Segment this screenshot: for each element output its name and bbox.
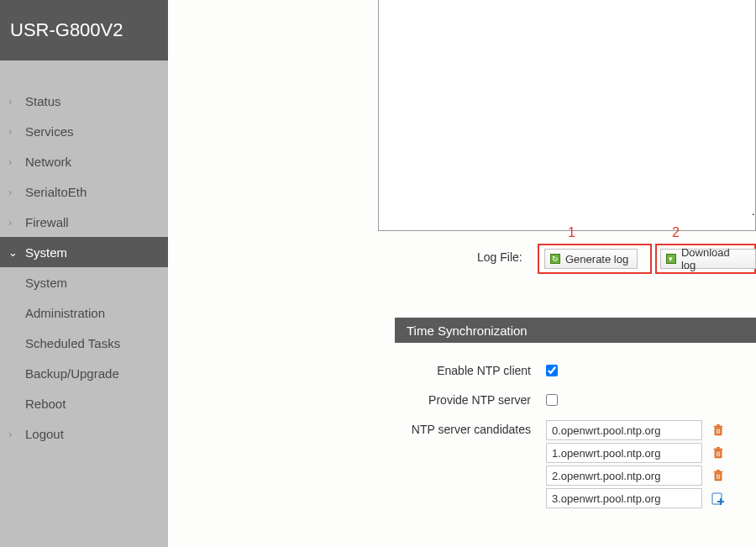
sub-label: Reboot [25, 397, 66, 411]
chevron-down-icon: ⌄ [8, 246, 20, 259]
ntp-server-input[interactable] [546, 420, 702, 440]
sub-item-system[interactable]: System [0, 267, 168, 297]
add-icon[interactable] [711, 492, 725, 505]
nav-item-logout[interactable]: ›Logout [0, 418, 168, 449]
nav-label: Logout [25, 427, 64, 441]
chevron-right-icon: › [8, 428, 20, 440]
chevron-right-icon: › [8, 186, 20, 198]
svg-rect-14 [717, 470, 720, 471]
svg-rect-2 [717, 424, 720, 426]
button-label: Generate log [565, 253, 628, 266]
enable-ntp-checkbox[interactable] [546, 365, 558, 376]
nav-item-status[interactable]: ›Status [0, 86, 168, 116]
enable-ntp-label: Enable NTP client [395, 361, 546, 377]
download-icon: ▾ [666, 254, 676, 264]
reload-icon: ↻ [550, 254, 560, 264]
annotation-2: 2 [672, 225, 680, 240]
nav-label: Services [25, 124, 74, 139]
provide-ntp-checkbox[interactable] [546, 394, 558, 406]
nav-label: SerialtoEth [25, 185, 87, 199]
ntp-server-input[interactable] [546, 443, 702, 463]
sidebar: USR-G800V2 ›Status ›Services ›Network ›S… [0, 0, 168, 547]
delete-icon[interactable] [712, 424, 724, 436]
ntp-server-input[interactable] [546, 465, 702, 486]
nav-label: Network [25, 155, 71, 169]
download-log-button[interactable]: ▾ Download log [660, 249, 756, 269]
sub-label: Backup/Upgrade [25, 366, 119, 381]
nav-item-system[interactable]: ⌄System [0, 237, 168, 267]
svg-rect-8 [717, 447, 720, 449]
nav-item-serialtoeth[interactable]: ›SerialtoEth [0, 176, 168, 207]
nav-item-services[interactable]: ›Services [0, 116, 168, 146]
chevron-right-icon: › [8, 155, 20, 168]
log-output-box [378, 0, 756, 231]
nav-item-network[interactable]: ›Network [0, 146, 168, 176]
ntp-candidates-list [546, 420, 756, 511]
sub-label: Administration [25, 306, 105, 320]
sub-item-reboot[interactable]: Reboot [0, 388, 168, 418]
svg-rect-13 [714, 471, 723, 473]
nav-label: Status [25, 94, 61, 108]
chevron-right-icon: › [8, 125, 20, 138]
svg-rect-7 [714, 449, 723, 450]
nav-label: Firewall [25, 215, 69, 229]
log-file-label: Log File: [477, 250, 522, 264]
section-heading-time-sync: Time Synchronization [395, 318, 756, 343]
annotation-1: 1 [568, 225, 575, 240]
ntp-candidates-label: NTP server candidates [395, 420, 546, 436]
svg-rect-1 [714, 426, 723, 428]
nav-label: System [25, 245, 67, 260]
main: . 1 2 Log File: ↻ Generate log ▾ Downloa… [168, 0, 756, 547]
delete-icon[interactable] [712, 470, 724, 481]
sub-label: System [25, 276, 67, 290]
ntp-server-input[interactable] [546, 488, 702, 508]
provide-ntp-label: Provide NTP server [395, 391, 546, 407]
sub-item-backup-upgrade[interactable]: Backup/Upgrade [0, 358, 168, 388]
delete-icon[interactable] [712, 447, 724, 459]
sub-label: Scheduled Tasks [25, 336, 120, 350]
nav-item-firewall[interactable]: ›Firewall [0, 207, 168, 237]
sub-item-scheduled-tasks[interactable]: Scheduled Tasks [0, 328, 168, 358]
generate-log-button[interactable]: ↻ Generate log [544, 249, 638, 269]
resize-dot: . [752, 204, 755, 218]
time-sync-form: Enable NTP client Provide NTP server NTP… [395, 361, 756, 523]
chevron-right-icon: › [8, 95, 20, 108]
chevron-right-icon: › [8, 216, 20, 229]
button-label: Download log [681, 246, 747, 271]
brand-title: USR-G800V2 [0, 0, 168, 60]
sub-item-administration[interactable]: Administration [0, 297, 168, 328]
nav: ›Status ›Services ›Network ›SerialtoEth … [0, 86, 168, 449]
